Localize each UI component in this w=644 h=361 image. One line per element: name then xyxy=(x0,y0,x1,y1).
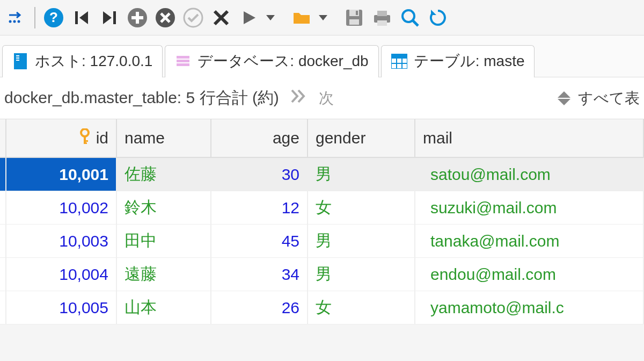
svg-rect-21 xyxy=(16,55,19,56)
svg-rect-22 xyxy=(16,57,19,59)
cell-name[interactable]: 田中 xyxy=(117,225,211,258)
cell-age[interactable]: 12 xyxy=(211,191,308,225)
primary-key-icon xyxy=(79,128,91,148)
show-all-icon[interactable] xyxy=(558,91,570,105)
data-grid: id name age gender mail 10,001 佐藤 30 男 s… xyxy=(0,119,644,324)
cell-gender[interactable]: 女 xyxy=(308,291,415,324)
cell-age[interactable]: 45 xyxy=(211,225,308,258)
tab-host-label: ホスト: 127.0.0.1 xyxy=(35,51,152,71)
print-icon[interactable] xyxy=(370,6,394,30)
cell-mail[interactable]: suzuki@mail.com xyxy=(415,191,644,225)
table-icon xyxy=(391,53,407,69)
cancel-icon[interactable] xyxy=(209,6,233,30)
database-icon xyxy=(175,53,191,69)
cell-mail[interactable]: yamamoto@mail.c xyxy=(415,291,644,324)
cell-age[interactable]: 34 xyxy=(211,258,308,291)
row-selector[interactable] xyxy=(0,158,6,191)
cell-id[interactable]: 10,005 xyxy=(6,291,117,324)
svg-rect-17 xyxy=(377,11,387,16)
cell-id[interactable]: 10,002 xyxy=(6,191,117,225)
next-page-icon[interactable] xyxy=(287,88,311,109)
header-stub xyxy=(0,119,6,158)
folder-dropdown-icon[interactable] xyxy=(319,15,327,20)
tab-host[interactable]: ホスト: 127.0.0.1 xyxy=(2,45,163,77)
svg-point-32 xyxy=(81,129,89,136)
tab-table-label: テーブル: maste xyxy=(414,51,525,71)
svg-rect-25 xyxy=(177,60,189,62)
last-icon[interactable] xyxy=(98,6,121,30)
svg-rect-35 xyxy=(84,142,87,144)
cell-id[interactable]: 10,004 xyxy=(6,258,117,291)
cell-age[interactable]: 26 xyxy=(211,291,308,324)
svg-rect-27 xyxy=(391,54,407,58)
arrow-right-dotted-icon[interactable] xyxy=(4,6,28,30)
remove-icon[interactable] xyxy=(153,6,177,30)
row-selector[interactable] xyxy=(0,225,6,258)
column-header-id[interactable]: id xyxy=(6,119,117,158)
help-icon[interactable]: ? xyxy=(42,6,65,30)
svg-rect-15 xyxy=(356,11,358,15)
svg-rect-26 xyxy=(177,63,189,66)
tabs-bar: ホスト: 127.0.0.1 データベース: docker_db テーブル: m… xyxy=(0,35,644,77)
add-icon[interactable] xyxy=(126,6,149,30)
cell-gender[interactable]: 男 xyxy=(308,258,415,291)
svg-rect-14 xyxy=(349,19,359,25)
zoom-icon[interactable] xyxy=(398,6,422,30)
show-all-label[interactable]: すべて表 xyxy=(578,88,640,109)
refresh-icon[interactable] xyxy=(426,6,450,30)
folder-icon[interactable] xyxy=(290,6,313,30)
cell-gender[interactable]: 女 xyxy=(308,191,415,225)
cell-mail[interactable]: endou@mail.com xyxy=(415,258,644,291)
svg-rect-6 xyxy=(113,11,116,24)
svg-rect-34 xyxy=(84,140,88,142)
svg-rect-33 xyxy=(84,136,86,143)
svg-rect-20 xyxy=(14,53,27,69)
row-selector[interactable] xyxy=(0,291,6,324)
svg-rect-18 xyxy=(377,20,387,26)
confirm-icon[interactable] xyxy=(181,6,205,30)
info-bar: docker_db.master_table: 5 行合計 (約) 次 すべて表 xyxy=(0,77,644,119)
svg-rect-9 xyxy=(131,16,143,19)
svg-point-19 xyxy=(402,10,414,22)
cell-gender[interactable]: 男 xyxy=(308,158,415,191)
row-selector[interactable] xyxy=(0,191,6,225)
row-selector[interactable] xyxy=(0,258,6,291)
svg-point-11 xyxy=(184,9,202,27)
first-icon[interactable] xyxy=(70,6,93,30)
tab-database-label: データベース: docker_db xyxy=(197,51,368,71)
toolbar-separator xyxy=(34,7,35,28)
cell-age[interactable]: 30 xyxy=(211,158,308,191)
cell-name[interactable]: 鈴木 xyxy=(117,191,211,225)
tab-table[interactable]: テーブル: maste xyxy=(381,45,535,77)
cell-id[interactable]: 10,003 xyxy=(6,225,117,258)
column-header-gender[interactable]: gender xyxy=(308,119,415,158)
next-label[interactable]: 次 xyxy=(319,88,334,109)
svg-point-0 xyxy=(9,20,12,23)
cell-name[interactable]: 佐藤 xyxy=(117,158,211,191)
svg-rect-24 xyxy=(177,56,189,59)
host-icon xyxy=(12,53,28,69)
svg-rect-5 xyxy=(75,11,78,24)
svg-point-2 xyxy=(18,20,20,23)
column-header-age[interactable]: age xyxy=(211,119,308,158)
cell-mail[interactable]: tanaka@mail.com xyxy=(415,225,644,258)
column-header-name[interactable]: name xyxy=(117,119,211,158)
play-dropdown-icon[interactable] xyxy=(266,15,275,20)
svg-point-1 xyxy=(13,20,16,23)
cell-mail[interactable]: satou@mail.com xyxy=(415,158,644,191)
save-icon[interactable] xyxy=(342,6,366,30)
main-toolbar: ? xyxy=(0,0,644,35)
cell-id[interactable]: 10,001 xyxy=(6,158,117,191)
table-summary: docker_db.master_table: 5 行合計 (約) xyxy=(4,87,279,109)
column-header-mail[interactable]: mail xyxy=(415,119,644,158)
cell-gender[interactable]: 男 xyxy=(308,225,415,258)
tab-database[interactable]: データベース: docker_db xyxy=(165,45,378,77)
play-icon[interactable] xyxy=(237,6,261,30)
svg-text:?: ? xyxy=(49,9,58,25)
cell-name[interactable]: 遠藤 xyxy=(117,258,211,291)
svg-rect-23 xyxy=(16,60,19,61)
cell-name[interactable]: 山本 xyxy=(117,291,211,324)
